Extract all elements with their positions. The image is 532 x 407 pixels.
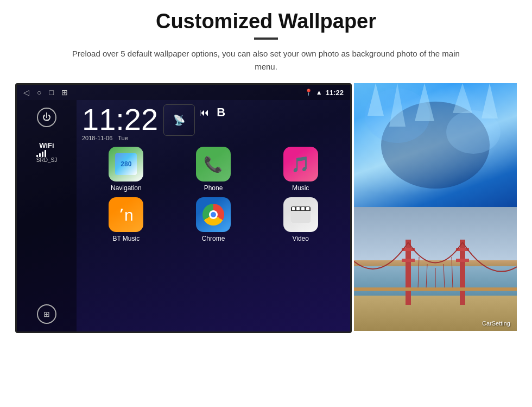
svg-marker-6	[453, 83, 472, 113]
streaming-box[interactable]: 📡	[163, 104, 195, 136]
svg-marker-7	[482, 83, 498, 118]
svg-rect-19	[354, 287, 517, 291]
location-icon: 📍	[305, 89, 313, 96]
right-widgets: 📡 ⏮ B	[163, 104, 225, 136]
apps-grid-button[interactable]: ⊞	[37, 304, 56, 324]
app-label-phone: Phone	[204, 184, 223, 192]
wallpaper-thumbnails: CarSetting	[354, 83, 517, 331]
video-strip-4	[306, 207, 309, 210]
wifi-info: WiFi SRD_SJ	[36, 141, 57, 163]
signal-bar-4	[45, 150, 46, 157]
status-bar-left: ◁ ○ □ ⊞	[23, 88, 68, 97]
signal-bars	[36, 149, 57, 157]
navigation-icon: 280	[109, 147, 143, 181]
app-label-chrome: Chrome	[202, 235, 225, 242]
video-icon-top-strip	[291, 206, 311, 211]
wallpaper-thumb-ice[interactable]	[354, 83, 517, 207]
app-grid: 280 Navigation 📞 Phone 🎵	[77, 143, 350, 248]
status-time: 11:22	[326, 89, 344, 97]
svg-line-18	[452, 257, 453, 289]
back-nav-icon[interactable]: ◁	[23, 88, 29, 97]
video-icon	[283, 197, 318, 232]
prev-media-button[interactable]: ⏮	[199, 107, 209, 118]
signal-bar-2	[39, 153, 41, 157]
home-nav-icon[interactable]: ○	[37, 88, 41, 97]
app-item-chrome[interactable]: Chrome	[173, 197, 255, 242]
chrome-outer-ring	[202, 204, 224, 226]
android-screen: ◁ ○ □ ⊞ 📍 ▲ 11:22 ⏻ WiFi	[15, 83, 352, 333]
sidebar: ⏻ WiFi SRD_SJ ⊞	[17, 100, 77, 331]
app-item-phone[interactable]: 📞 Phone	[173, 147, 255, 192]
signal-bar-3	[42, 152, 43, 157]
media-controls: ⏮ B	[199, 104, 225, 121]
app-item-video[interactable]: Video	[259, 197, 341, 242]
video-strip-3	[301, 207, 305, 210]
media-btn-row: ⏮ B	[199, 104, 225, 121]
title-divider	[254, 37, 278, 40]
svg-line-15	[426, 264, 427, 289]
status-bar: ◁ ○ □ ⊞ 📍 ▲ 11:22	[17, 85, 350, 100]
app-label-bt-music: BT Music	[112, 235, 140, 242]
video-strip-1	[292, 207, 295, 210]
recent-nav-icon[interactable]: □	[49, 88, 53, 97]
video-clapperboard	[291, 206, 311, 223]
status-bar-right: 📍 ▲ 11:22	[305, 89, 344, 97]
main-display-area: 11:22 2018-11-06 Tue 📡 ⏮	[77, 100, 350, 331]
chrome-inner-circle	[209, 210, 218, 219]
wifi-label: WiFi	[36, 141, 57, 149]
wifi-status-icon: ▲	[316, 89, 322, 96]
bridge-svg	[354, 207, 517, 331]
bt-music-icon: ʼn	[109, 197, 143, 232]
clock-date: 2018-11-06	[82, 135, 112, 141]
wifi-ssid: SRD_SJ	[36, 157, 57, 163]
nav-app-icon-inner: 280	[115, 153, 137, 175]
app-label-music: Music	[292, 184, 309, 192]
next-or-label[interactable]: B	[217, 105, 225, 120]
video-icon-body	[291, 211, 311, 223]
clock-row: 11:22 2018-11-06 Tue 📡 ⏮	[77, 100, 350, 143]
clock-left: 11:22 2018-11-06 Tue	[82, 104, 158, 141]
app-label-video: Video	[292, 235, 308, 242]
page-wrapper: Customized Wallpaper Preload over 5 defa…	[0, 0, 532, 407]
screenshot-nav-icon[interactable]: ⊞	[61, 88, 68, 97]
video-strip-2	[296, 207, 300, 210]
page-title: Customized Wallpaper	[156, 10, 376, 33]
wallpaper-thumb-bridge[interactable]: CarSetting	[354, 207, 517, 331]
svg-line-17	[444, 264, 445, 289]
bluetooth-icon: ʼn	[119, 205, 134, 224]
ice-cave-svg	[354, 83, 517, 207]
page-description: Preload over 5 default wallpaper options…	[65, 47, 467, 73]
clock-time: 11:22	[82, 104, 158, 135]
app-item-music[interactable]: 🎵 Music	[259, 147, 341, 192]
app-label-navigation: Navigation	[111, 184, 142, 192]
chrome-icon-bg	[196, 197, 231, 232]
streaming-wifi-icon: 📡	[173, 114, 185, 126]
main-content: ◁ ○ □ ⊞ 📍 ▲ 11:22 ⏻ WiFi	[22, 83, 510, 333]
car-setting-label: CarSetting	[482, 320, 510, 327]
power-button[interactable]: ⏻	[37, 108, 56, 127]
svg-line-14	[418, 257, 419, 289]
app-item-bt-music[interactable]: ʼn BT Music	[85, 197, 167, 242]
app-item-navigation[interactable]: 280 Navigation	[85, 147, 167, 192]
svg-rect-11	[402, 259, 415, 262]
phone-icon: 📞	[196, 147, 231, 181]
svg-rect-13	[456, 259, 469, 262]
music-icon: 🎵	[283, 147, 318, 181]
clock-day: Tue	[118, 135, 128, 141]
